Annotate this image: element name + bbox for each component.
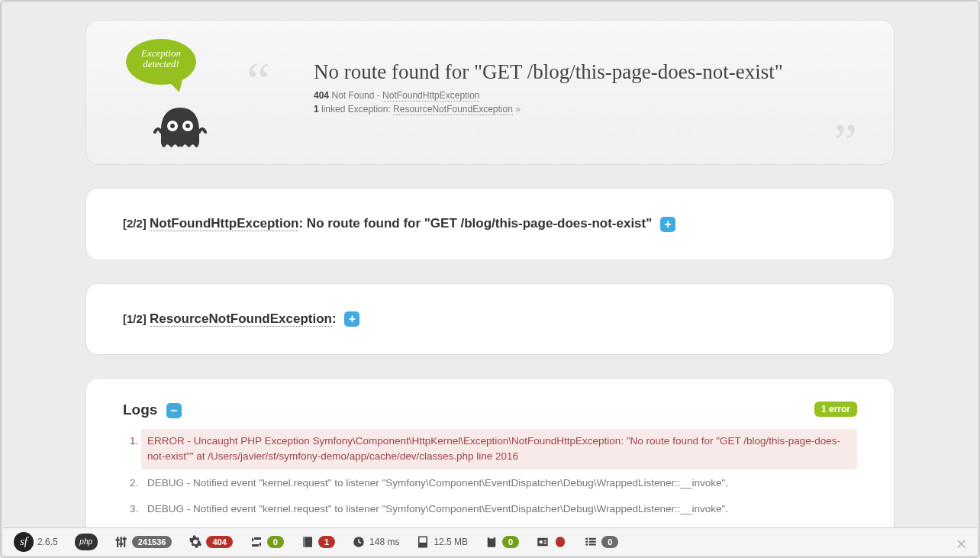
gear-icon [189, 535, 202, 549]
expand-button[interactable]: + [660, 217, 675, 232]
toolbar-security[interactable] [533, 531, 570, 553]
debug-toolbar: sf 2.6.5 php 241536 404 0 1 148 ms [3, 527, 977, 555]
exception-header-panel: Exception detected! “ ” No route found f… [85, 20, 895, 165]
svg-rect-25 [589, 540, 596, 542]
status-exception-link[interactable]: NotFoundHttpException [382, 90, 479, 102]
bubble-line2: detected! [143, 58, 179, 69]
exception-name-link[interactable]: ResourceNotFoundException [150, 311, 332, 327]
log-item: DEBUG - Notified event "kernel.request" … [141, 471, 857, 495]
exception-message: : [332, 311, 340, 326]
svg-point-18 [540, 540, 543, 543]
svg-rect-20 [544, 542, 547, 543]
svg-rect-5 [120, 537, 121, 547]
clipboard-icon [485, 535, 498, 549]
bubble-line1: Exception [141, 47, 181, 59]
memory-label: 12.5 MB [434, 537, 468, 547]
toolbar-php[interactable]: php [72, 531, 101, 553]
list-icon [584, 535, 598, 549]
exception-title: No route found for "GET /blog/this-page-… [314, 60, 857, 84]
svg-rect-8 [119, 543, 123, 544]
log-count-badge: 1 [318, 536, 335, 548]
svg-rect-23 [585, 543, 588, 545]
toolbar-memory[interactable]: 12.5 MB [413, 531, 471, 553]
toolbar-config[interactable]: 241536 [111, 531, 176, 553]
log-item-error: ERROR - Uncaught PHP Exception Symfony\C… [141, 429, 857, 469]
linked-label: linked Exception: [321, 104, 393, 115]
close-toolbar-button[interactable]: ✕ [956, 536, 968, 548]
linked-exception-link[interactable]: ResourceNotFoundException [393, 104, 513, 115]
svg-rect-9 [122, 537, 126, 539]
anon-icon [553, 535, 567, 549]
toolbar-request-status[interactable]: 404 [185, 531, 235, 553]
status-code: 404 [314, 90, 329, 101]
exception-index: [1/2] [123, 312, 150, 325]
php-logo-icon: php [75, 534, 98, 550]
version-label: 2.6.5 [37, 537, 58, 547]
time-label: 148 ms [369, 537, 399, 547]
exception-block-1-of-2: [1/2] ResourceNotFoundException: + [85, 283, 895, 356]
collapse-button[interactable]: − [166, 403, 182, 418]
error-count-badge: 1 error [814, 402, 857, 417]
svg-rect-7 [115, 539, 119, 540]
user-icon [536, 535, 550, 549]
log-item: DEBUG - Notified event "kernel.request" … [141, 497, 857, 521]
toolbar-ajax[interactable]: 0 [247, 531, 287, 553]
ajax-count-badge: 0 [267, 536, 284, 548]
ghost-icon [153, 103, 207, 153]
expand-button[interactable]: + [344, 311, 359, 327]
exception-name-link[interactable]: NotFoundHttpException [150, 216, 298, 231]
svg-rect-4 [117, 537, 118, 547]
arrow-icon: » [515, 104, 521, 115]
clock-icon [352, 535, 366, 549]
linked-count: 1 [314, 104, 319, 115]
svg-rect-16 [489, 536, 494, 538]
ghost-illustration: Exception detected! [123, 39, 214, 153]
forms-count-badge: 0 [502, 536, 519, 548]
status-text: Not Found - [331, 90, 382, 101]
svg-point-2 [170, 124, 175, 128]
toolbar-logs[interactable]: 1 [298, 531, 338, 553]
toolbar-forms[interactable]: 0 [482, 531, 522, 553]
svg-rect-26 [589, 543, 596, 545]
svg-rect-22 [585, 540, 588, 542]
svg-point-3 [185, 124, 190, 128]
token-badge: 241536 [132, 536, 172, 548]
toolbar-time[interactable]: 148 ms [349, 531, 402, 553]
symfony-logo-icon: sf [14, 532, 34, 552]
svg-rect-21 [585, 537, 588, 539]
quote-close-icon: ” [833, 112, 857, 173]
ajax-icon [250, 535, 263, 549]
exception-message: : No route found for "GET /blog/this-pag… [298, 216, 656, 231]
book-icon [301, 535, 314, 549]
memory-icon [416, 535, 430, 549]
toolbar-symfony-version[interactable]: sf 2.6.5 [11, 531, 61, 553]
log-list: ERROR - Uncaught PHP Exception Symfony\C… [141, 429, 857, 521]
status-badge: 404 [206, 536, 232, 548]
logs-panel: Logs − 1 error ERROR - Uncaught PHP Exce… [85, 378, 895, 539]
svg-rect-11 [303, 537, 305, 547]
speech-bubble: Exception detected! [126, 39, 196, 85]
quote-open-icon: “ [247, 51, 270, 112]
svg-rect-14 [419, 542, 427, 547]
db-count-badge: 0 [601, 536, 618, 548]
exception-block-2-of-2: [2/2] NotFoundHttpException: No route fo… [85, 188, 895, 260]
svg-rect-15 [488, 537, 496, 547]
toolbar-database[interactable]: 0 [581, 531, 621, 553]
exception-index: [2/2] [123, 217, 150, 230]
svg-rect-19 [544, 540, 547, 541]
logs-title: Logs [123, 402, 162, 418]
svg-rect-24 [589, 537, 596, 539]
settings-icon [114, 535, 128, 549]
